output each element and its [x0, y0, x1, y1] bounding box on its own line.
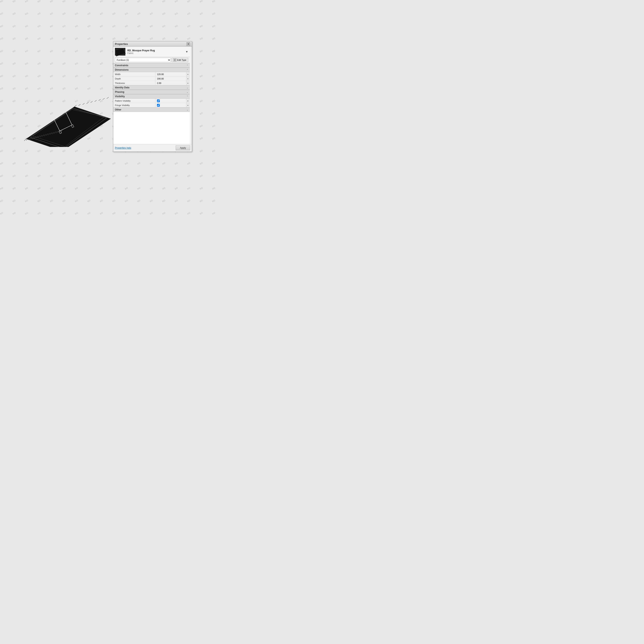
visibility-collapse-icon: ⌃	[187, 95, 188, 98]
phasing-collapse-icon: ⌄	[187, 91, 188, 93]
edit-type-label: Edit Type	[177, 59, 186, 61]
object-info: RD_Mosque Prayer Rug Fabric	[127, 49, 183, 54]
width-value[interactable]	[155, 72, 186, 76]
svg-line-20	[74, 105, 76, 107]
fringe-visibility-label: Fringe Visibility	[113, 103, 155, 107]
apply-button[interactable]: Apply	[176, 146, 190, 150]
edit-type-icon: ⊞	[173, 59, 176, 61]
section-identity-data[interactable]: Identity Data ⌄	[113, 85, 190, 90]
thickness-label: Thickness	[113, 81, 155, 85]
depth-end-btn[interactable]: ▸	[186, 76, 190, 81]
panel-body: RD_Mosque Prayer Rug Fabric ▼ Furniture …	[113, 47, 192, 144]
other-collapse-icon: ⌄	[187, 109, 188, 111]
identity-data-label: Identity Data	[115, 86, 129, 89]
section-visibility[interactable]: Visibility ⌃	[113, 94, 190, 99]
svg-line-24	[91, 101, 93, 103]
object-header: RD_Mosque Prayer Rug Fabric ▼	[113, 47, 190, 57]
section-constraints[interactable]: Constraints ⌃	[113, 63, 190, 68]
constraints-label: Constraints	[115, 64, 128, 67]
pattern-visibility-label: Pattern Visibility	[113, 99, 155, 103]
pattern-visibility-value[interactable]	[155, 99, 186, 103]
rug-canvas	[6, 70, 111, 148]
identity-data-collapse-icon: ⌄	[187, 87, 188, 89]
svg-line-27	[103, 98, 105, 100]
depth-label: Depth	[113, 76, 155, 81]
category-row: Furniture (1) ⊞ Edit Type	[113, 57, 190, 63]
phasing-label: Phasing	[115, 91, 124, 93]
empty-space	[113, 112, 190, 144]
fringe-visibility-checkbox[interactable]	[157, 104, 160, 107]
prop-row-pattern-visibility: Pattern Visibility ▸	[113, 99, 190, 103]
rug-thumbnail-mini	[115, 48, 126, 56]
dimensions-label: Dimensions	[115, 68, 129, 71]
object-dropdown-arrow[interactable]: ▼	[185, 50, 188, 53]
visibility-label: Visibility	[115, 95, 125, 98]
properties-help-link[interactable]: Properties help	[115, 147, 131, 149]
edit-type-button[interactable]: ⊞ Edit Type	[172, 58, 188, 62]
depth-input[interactable]	[157, 77, 185, 80]
width-end-btn[interactable]: ▸	[186, 72, 190, 76]
fringe-visibility-value[interactable]	[155, 103, 186, 107]
object-name: RD_Mosque Prayer Rug	[127, 49, 183, 52]
object-type: Fabric	[127, 52, 183, 54]
constraints-collapse-icon: ⌃	[187, 64, 188, 67]
category-select[interactable]: Furniture (1)	[115, 58, 171, 62]
dimensions-collapse-icon: ⌃	[187, 69, 188, 71]
depth-value[interactable]	[155, 76, 186, 81]
panel-footer: Properties help Apply	[113, 144, 192, 152]
thickness-value[interactable]	[155, 81, 186, 85]
svg-line-21	[78, 104, 81, 106]
prop-row-depth: Depth ▸	[113, 76, 190, 81]
section-dimensions[interactable]: Dimensions ⌃	[113, 68, 190, 72]
svg-point-33	[55, 107, 59, 112]
properties-panel: Properties × RD_Mosque Prayer Rug Fabric…	[113, 41, 192, 152]
close-button[interactable]: ×	[187, 42, 190, 46]
thickness-end-btn[interactable]: ▸	[186, 81, 190, 85]
prop-row-width: Width ▸	[113, 72, 190, 76]
pattern-visibility-end-btn[interactable]: ▸	[186, 99, 190, 103]
width-input[interactable]	[157, 73, 185, 75]
object-thumbnail	[115, 48, 125, 56]
other-label: Other	[115, 108, 121, 111]
width-label: Width	[113, 72, 155, 76]
fringe-visibility-end-btn[interactable]: ▸	[186, 103, 190, 107]
svg-line-1	[24, 139, 26, 141]
panel-titlebar: Properties ×	[113, 41, 192, 47]
pattern-visibility-checkbox[interactable]	[157, 99, 160, 102]
svg-line-23	[87, 102, 89, 104]
svg-line-22	[83, 103, 85, 105]
thickness-input[interactable]	[157, 82, 185, 84]
svg-line-25	[95, 100, 97, 102]
panel-title: Properties	[115, 42, 128, 45]
section-phasing[interactable]: Phasing ⌄	[113, 90, 190, 94]
svg-line-26	[99, 99, 101, 101]
prop-row-thickness: Thickness ▸	[113, 81, 190, 85]
svg-line-28	[107, 97, 109, 99]
prop-row-fringe-visibility: Fringe Visibility ▸	[113, 103, 190, 107]
section-other[interactable]: Other ⌄	[113, 107, 190, 112]
